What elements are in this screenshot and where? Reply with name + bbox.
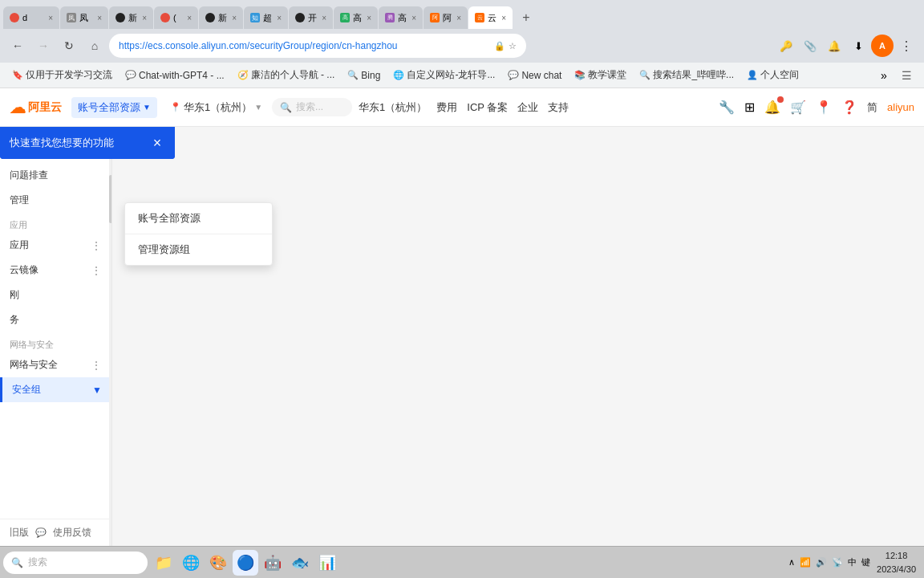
taskbar-icon-ppt[interactable]: 📊 [314,550,340,576]
taskbar-icon-browser[interactable]: 🌐 [178,550,204,576]
tools-icon[interactable]: 🔧 [719,100,735,115]
tab-6[interactable]: 知 超 × [244,6,288,29]
aliyun-nav-icp[interactable]: 费用 [436,100,457,115]
sidebar-item-manage[interactable]: 管理 [0,188,111,213]
quick-find-popup: 快速查找您想要的功能 × [0,127,175,159]
search-icon: 🔍 [280,102,292,113]
lang-icon[interactable]: 简 [867,100,877,115]
address-text: https://ecs.console.aliyun.com/securityG… [119,40,491,51]
taskbar-search-box[interactable]: 🔍 搜索 [3,552,148,574]
forward-button[interactable]: → [32,35,55,57]
tab-9[interactable]: 腾 高 × [379,6,423,29]
aliyun-nav-support[interactable]: 企业 [517,100,538,115]
sidebar-mirror-more-icon[interactable]: ⋮ [91,264,102,277]
aliyun-header: ☁ 阿里云 账号全部资源 ▼ 📍 华东1（杭州） ▼ 🔍 搜索... 华东1（杭… [0,88,924,127]
taskbar-icon-colorful[interactable]: 🎨 [205,550,231,576]
bookmarks-more-button[interactable]: » [874,66,894,85]
tab-2[interactable]: 凤 凤 × [60,6,108,29]
bookmarks-sidebar-icon[interactable]: ☰ [895,66,918,85]
extension-icon-4[interactable]: ⬇ [847,35,869,57]
taskbar-icon-files[interactable]: 📁 [151,550,176,576]
sys-icon-up[interactable]: ∧ [787,556,796,569]
location-icon[interactable]: 📍 [816,100,832,115]
extension-icon-1[interactable]: 🔑 [775,35,797,57]
star-icon[interactable]: ☆ [509,41,517,51]
region-selector[interactable]: 📍 华东1（杭州） ▼ [164,97,269,118]
extension-icon-2[interactable]: 📎 [799,35,821,57]
resource-all-dropdown[interactable]: 账号全部资源 ▼ [71,97,157,118]
aliyun-nav-enterprise[interactable]: ICP 备案 [467,100,508,115]
sys-icon-lang[interactable]: 中 [846,555,858,570]
bookmark-bing[interactable]: 🔍 Bing [342,68,386,83]
cart-icon[interactable]: 🛒 [790,100,806,115]
home-button[interactable]: ⌂ [83,35,106,57]
tab-1[interactable]: d × [3,6,59,29]
tab-8[interactable]: 高 高 × [334,6,378,29]
sidebar-item-app[interactable]: 应用 ⋮ [0,233,111,258]
back-button[interactable]: ← [6,35,29,57]
search-bar[interactable]: 🔍 搜索... [272,98,352,116]
bookmarks-bar: 🔖 仅用于开发学习交流 💬 Chat-with-GPT4 - ... 🧭 廉洁的… [0,63,924,88]
taskbar-icon-fish[interactable]: 🐟 [287,550,313,576]
sys-icon-keyboard[interactable]: 键 [860,555,872,570]
taskbar-clock[interactable]: 12:18 2023/4/30 [877,549,916,576]
sys-icon-wifi[interactable]: 📡 [830,556,845,569]
security-group-expand-icon[interactable]: ▼ [92,385,102,396]
sidebar-item-mirror[interactable]: 云镜像 ⋮ [0,258,111,283]
address-input[interactable]: https://ecs.console.aliyun.com/securityG… [109,34,526,58]
menu-icon[interactable]: ⋮ [895,35,918,57]
aliyun-nav-fees[interactable]: 华东1（杭州） [359,100,427,115]
profile-icon[interactable]: A [871,35,894,57]
sidebar-item-gang[interactable]: 刚 [0,283,111,307]
tab-4[interactable]: ( × [154,6,198,29]
bookmark-nav[interactable]: 🧭 廉洁的个人导航 - ... [232,67,341,83]
taskbar-icon-edge[interactable]: 🔵 [233,550,258,576]
quick-find-close-button[interactable]: × [149,135,165,151]
tab-7[interactable]: 开 × [289,6,333,29]
bookmark-classroom[interactable]: 📚 教学课堂 [569,67,632,83]
reload-button[interactable]: ↻ [58,35,80,57]
aliyun-logo[interactable]: ☁ 阿里云 [10,98,62,117]
aliyun-nav-ticket[interactable]: 支持 [548,100,569,115]
bookmark-new-chat[interactable]: 💬 New chat [502,68,567,83]
sidebar-item-more-icon[interactable]: ⋮ [91,239,102,252]
quick-find-title: 快速查找您想要的功能 [10,136,114,150]
tab-3[interactable]: 新 × [109,6,153,29]
dropdown-item-manage-resource-group[interactable]: 管理资源组 [125,234,272,265]
tab-11-active[interactable]: 云 云 × [468,6,513,29]
new-tab-button[interactable]: + [515,6,537,29]
user-label[interactable]: aliyun [887,101,914,113]
bookmark-personal-space[interactable]: 👤 个人空间 [741,67,804,83]
sidebar-section-security: 网络与安全 [0,332,111,352]
bell-icon[interactable]: 🔔 [764,100,780,115]
extension-icon-3[interactable]: 🔔 [823,35,845,57]
taskbar-icon-chatgpt[interactable]: 🤖 [260,550,286,576]
taskbar-icons-row: 📁 🌐 🎨 🔵 🤖 🐟 📊 [151,550,340,576]
sidebar-item-security-group[interactable]: 安全组 ▼ [0,377,111,402]
region-icon: 📍 [170,102,181,112]
tab-10[interactable]: 阿 阿 × [424,6,468,29]
old-version-link[interactable]: 旧版 [10,526,29,539]
tab-5[interactable]: 新 × [199,6,243,29]
apps-icon[interactable]: ⊞ [744,100,755,115]
taskbar: 🔍 搜索 📁 🌐 🎨 🔵 🤖 🐟 📊 ∧ 📶 🔊 📡 中 键 12:18 202… [0,546,924,578]
sidebar-item-network-security[interactable]: 网络与安全 ⋮ [0,352,111,377]
bookmark-chatgpt[interactable]: 💬 Chat-with-GPT4 - ... [120,68,230,83]
sidebar-nav: 问题排查 管理 应用 应用 ⋮ 云镜像 ⋮ 刚 务 [0,158,111,519]
dropdown-item-all-resources[interactable]: 账号全部资源 [125,203,272,234]
feedback-link[interactable]: 使用反馈 [53,526,91,539]
sidebar-section-app: 应用 [0,213,111,233]
sys-icon-volume[interactable]: 🔊 [814,556,829,569]
sys-icon-network[interactable]: 📶 [798,556,813,569]
tab-close-icon[interactable]: × [501,14,506,22]
sidebar-item-trouble[interactable]: 问题排查 [0,163,111,188]
taskbar-time: 12:18 [877,549,916,563]
bookmark-search-result[interactable]: 🔍 搜索结果_哔哩哔... [634,67,740,83]
resource-dropdown-menu: 账号全部资源 管理资源组 [124,202,273,266]
bookmark-dev[interactable]: 🔖 仅用于开发学习交流 [6,67,118,83]
chevron-down-icon: ▼ [143,103,151,112]
sidebar-item-wu[interactable]: 务 [0,307,111,332]
bookmark-custom-site[interactable]: 🌐 自定义网站-龙轩导... [387,67,500,83]
help-icon[interactable]: ❓ [841,100,857,115]
sidebar-network-more-icon[interactable]: ⋮ [91,359,102,372]
